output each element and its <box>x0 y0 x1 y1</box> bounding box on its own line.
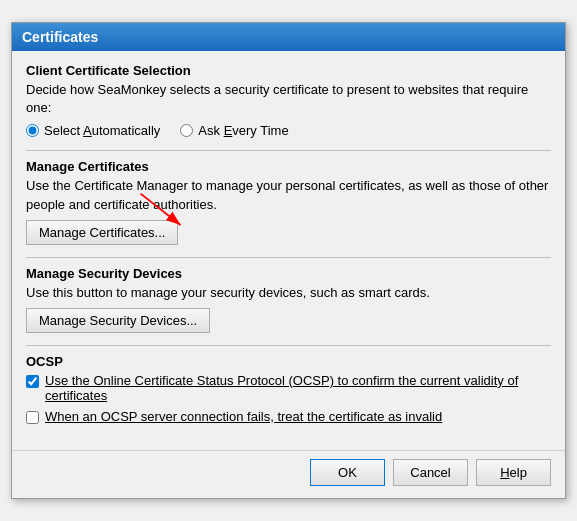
radio-every-input[interactable] <box>180 124 193 137</box>
title-bar: Certificates <box>12 23 565 51</box>
auto-underline: A <box>83 123 92 138</box>
divider-2 <box>26 257 551 258</box>
bottom-bar: OK Cancel Help <box>12 450 565 498</box>
ocsp-title: OCSP <box>26 354 551 369</box>
client-cert-title: Client Certificate Selection <box>26 63 551 78</box>
manage-certificates-button[interactable]: Manage Certificates... <box>26 220 178 245</box>
ocsp-checkbox-1-label: Use the Online Certificate Status Protoc… <box>45 373 551 403</box>
manage-certs-desc: Use the Certificate Manager to manage yo… <box>26 177 551 213</box>
manage-devices-desc: Use this button to manage your security … <box>26 284 551 302</box>
dialog-body: Client Certificate Selection Decide how … <box>12 51 565 446</box>
dialog-title: Certificates <box>22 29 98 45</box>
manage-certs-title: Manage Certificates <box>26 159 551 174</box>
certificates-dialog: Certificates Client Certificate Selectio… <box>11 22 566 499</box>
ocsp-checkbox-1-input[interactable] <box>26 375 39 388</box>
ok-button[interactable]: OK <box>310 459 385 486</box>
ocsp-checkbox-2[interactable]: When an OCSP server connection fails, tr… <box>26 409 551 424</box>
manage-devices-section: Manage Security Devices Use this button … <box>26 266 551 333</box>
client-cert-section: Client Certificate Selection Decide how … <box>26 63 551 138</box>
cancel-button[interactable]: Cancel <box>393 459 468 486</box>
radio-auto-input[interactable] <box>26 124 39 137</box>
help-button[interactable]: Help <box>476 459 551 486</box>
help-underline: H <box>500 465 509 480</box>
divider-1 <box>26 150 551 151</box>
radio-every-label: Ask Every Time <box>198 123 288 138</box>
divider-3 <box>26 345 551 346</box>
manage-devices-title: Manage Security Devices <box>26 266 551 281</box>
radio-auto-label: Select Automatically <box>44 123 160 138</box>
ocsp-checkbox-2-input[interactable] <box>26 411 39 424</box>
manage-certs-button-container: Manage Certificates... <box>26 220 551 245</box>
ocsp-checkbox-2-label: When an OCSP server connection fails, tr… <box>45 409 442 424</box>
every-underline: E <box>224 123 233 138</box>
radio-select-automatically[interactable]: Select Automatically <box>26 123 160 138</box>
ocsp-checkbox-1[interactable]: Use the Online Certificate Status Protoc… <box>26 373 551 403</box>
ocsp-checkboxes: Use the Online Certificate Status Protoc… <box>26 373 551 424</box>
manage-certs-section: Manage Certificates Use the Certificate … <box>26 159 551 244</box>
client-cert-desc: Decide how SeaMonkey selects a security … <box>26 81 551 117</box>
radio-group: Select Automatically Ask Every Time <box>26 123 551 138</box>
manage-security-devices-button[interactable]: Manage Security Devices... <box>26 308 210 333</box>
radio-ask-every-time[interactable]: Ask Every Time <box>180 123 288 138</box>
ocsp-section: OCSP Use the Online Certificate Status P… <box>26 354 551 424</box>
